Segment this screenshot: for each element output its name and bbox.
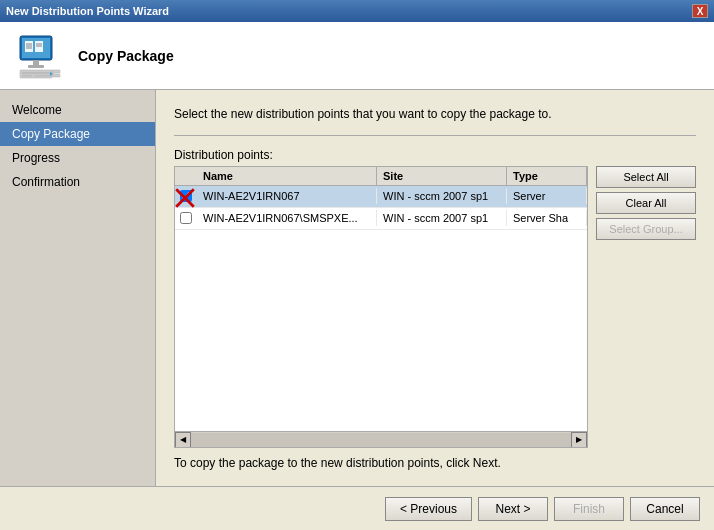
select-all-button[interactable]: Select All <box>596 166 696 188</box>
wizard-content: Select the new distribution points that … <box>156 90 714 486</box>
row1-name: WIN-AE2V1IRN067 <box>197 188 377 204</box>
side-buttons: Select All Clear All Select Group... <box>596 166 696 448</box>
sidebar-item-confirmation[interactable]: Confirmation <box>0 170 155 194</box>
previous-button[interactable]: < Previous <box>385 497 472 521</box>
svg-rect-12 <box>22 72 50 74</box>
sidebar: Welcome Copy Package Progress Confirmati… <box>0 90 156 486</box>
select-group-button[interactable]: Select Group... <box>596 218 696 240</box>
wizard-body: Welcome Copy Package Progress Confirmati… <box>0 90 714 486</box>
sidebar-item-copy-package[interactable]: Copy Package <box>0 122 155 146</box>
row2-type: Server Sha <box>507 210 587 226</box>
svg-rect-10 <box>28 65 44 68</box>
row2-site: WIN - sccm 2007 sp1 <box>377 210 507 226</box>
finish-button[interactable]: Finish <box>554 497 624 521</box>
separator <box>174 135 696 136</box>
table-body: WIN-AE2V1IRN067 WIN - sccm 2007 sp1 Serv… <box>175 186 587 431</box>
wizard-footer: < Previous Next > Finish Cancel <box>0 486 714 530</box>
svg-rect-16 <box>52 74 60 77</box>
row1-checkbox-cell[interactable] <box>175 188 197 204</box>
bottom-description: To copy the package to the new distribut… <box>174 456 696 470</box>
table-and-buttons: Name Site Type <box>174 166 696 448</box>
scroll-left-button[interactable]: ◀ <box>175 432 191 448</box>
svg-rect-2 <box>25 41 33 52</box>
row1-site: WIN - sccm 2007 sp1 <box>377 188 507 204</box>
header-name: Name <box>197 167 377 185</box>
svg-rect-14 <box>34 75 50 77</box>
next-button[interactable]: Next > <box>478 497 548 521</box>
wizard-header: Copy Package <box>0 22 714 90</box>
cancel-button[interactable]: Cancel <box>630 497 700 521</box>
table-row[interactable]: WIN-AE2V1IRN067\SMSPXE... WIN - sccm 200… <box>175 208 587 230</box>
wizard-header-title: Copy Package <box>78 48 174 64</box>
distribution-table: Name Site Type <box>174 166 588 448</box>
row2-checkbox-cell[interactable] <box>175 210 197 226</box>
title-bar: New Distribution Points Wizard X <box>0 0 714 22</box>
header-site: Site <box>377 167 507 185</box>
header-type: Type <box>507 167 587 185</box>
close-button[interactable]: X <box>692 4 708 18</box>
content-description: Select the new distribution points that … <box>174 106 696 123</box>
wizard-icon <box>16 32 64 80</box>
svg-rect-9 <box>33 60 39 65</box>
sidebar-item-progress[interactable]: Progress <box>0 146 155 170</box>
svg-rect-3 <box>35 41 43 52</box>
clear-all-button[interactable]: Clear All <box>596 192 696 214</box>
row2-checkbox[interactable] <box>180 212 192 224</box>
sidebar-item-welcome[interactable]: Welcome <box>0 98 155 122</box>
distribution-label: Distribution points: <box>174 148 696 162</box>
svg-rect-15 <box>52 70 60 73</box>
svg-rect-13 <box>22 75 32 77</box>
wizard-container: Copy Package Welcome Copy Package Progre… <box>0 22 714 530</box>
row1-checkbox[interactable] <box>180 190 192 202</box>
table-scrollbar[interactable]: ◀ ▶ <box>175 431 587 447</box>
title-bar-text: New Distribution Points Wizard <box>6 5 169 17</box>
row2-name: WIN-AE2V1IRN067\SMSPXE... <box>197 210 377 226</box>
header-checkbox-cell <box>175 167 197 185</box>
scroll-right-button[interactable]: ▶ <box>571 432 587 448</box>
row1-type: Server <box>507 188 587 204</box>
table-row[interactable]: WIN-AE2V1IRN067 WIN - sccm 2007 sp1 Serv… <box>175 186 587 208</box>
scroll-track[interactable] <box>191 433 571 447</box>
table-header: Name Site Type <box>175 167 587 186</box>
